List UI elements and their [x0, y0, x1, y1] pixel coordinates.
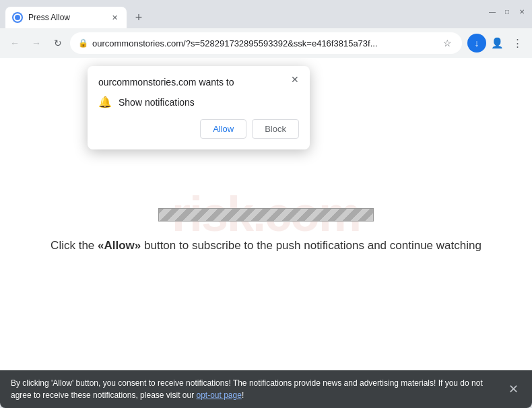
bookmark-icon[interactable]: ☆	[440, 36, 454, 50]
tab-close-button[interactable]: ✕	[109, 12, 120, 23]
bottom-bar-text-before: By clicking 'Allow' button, you consent …	[11, 378, 483, 400]
tab-title: Press Allow	[28, 13, 104, 22]
lock-icon: 🔒	[78, 38, 88, 48]
tab-bar: Press Allow ✕ +	[5, 0, 488, 28]
active-tab[interactable]: Press Allow ✕	[5, 7, 127, 28]
address-icons: ☆	[440, 36, 454, 50]
bottom-bar: By clicking 'Allow' button, you consent …	[0, 370, 532, 408]
browser-window: Press Allow ✕ + — □ ✕ ← → ↻ 🔒 ourcommons…	[0, 0, 532, 408]
toolbar-icons: ↓ 👤 ⋮	[467, 34, 527, 53]
notification-label: Show notifications	[119, 97, 195, 108]
refresh-icon: ↻	[54, 38, 62, 48]
tab-favicon	[12, 12, 23, 23]
window-controls: — □ ✕	[488, 7, 527, 22]
popup-buttons: Allow Block	[98, 119, 299, 139]
opt-out-link[interactable]: opt-out page	[196, 390, 241, 400]
instruction-content: Click the «Allow» button to subscribe to…	[51, 239, 481, 252]
bottom-bar-close-button[interactable]: ✕	[505, 381, 521, 397]
popup-notification-row: 🔔 Show notifications	[98, 96, 299, 108]
profile-button[interactable]: 👤	[488, 34, 506, 53]
loading-bar	[158, 208, 374, 222]
new-tab-button[interactable]: +	[129, 8, 148, 27]
popup-title: ourcommonstories.com wants to	[98, 77, 299, 88]
refresh-button[interactable]: ↻	[48, 34, 67, 53]
bell-icon: 🔔	[98, 96, 112, 108]
bottom-bar-text-after: !	[242, 390, 244, 400]
loading-bar-container	[158, 208, 374, 222]
instruction-text: Click the «Allow» button to subscribe to…	[30, 239, 502, 252]
notification-popup: ✕ ourcommonstories.com wants to 🔔 Show n…	[88, 66, 310, 149]
url-text: ourcommonstories.com/?s=5282917328955933…	[92, 38, 436, 48]
bottom-bar-text: By clicking 'Allow' button, you consent …	[11, 377, 497, 401]
back-button[interactable]: ←	[5, 34, 24, 53]
forward-button[interactable]: →	[27, 34, 46, 53]
address-box[interactable]: 🔒 ourcommonstories.com/?s=52829173289559…	[70, 32, 462, 54]
block-button[interactable]: Block	[252, 119, 299, 139]
download-indicator[interactable]: ↓	[467, 34, 486, 53]
maximize-button[interactable]: □	[502, 7, 512, 16]
popup-close-button[interactable]: ✕	[288, 73, 302, 86]
allow-button[interactable]: Allow	[200, 119, 246, 139]
content-area: risk.com Click the «Allow» button to sub…	[0, 58, 532, 370]
download-icon: ↓	[475, 38, 479, 48]
close-button[interactable]: ✕	[517, 7, 527, 16]
menu-button[interactable]: ⋮	[508, 34, 527, 53]
minimize-button[interactable]: —	[488, 7, 497, 16]
title-bar: Press Allow ✕ + — □ ✕	[0, 0, 532, 28]
address-bar-row: ← → ↻ 🔒 ourcommonstories.com/?s=52829173…	[0, 28, 532, 58]
